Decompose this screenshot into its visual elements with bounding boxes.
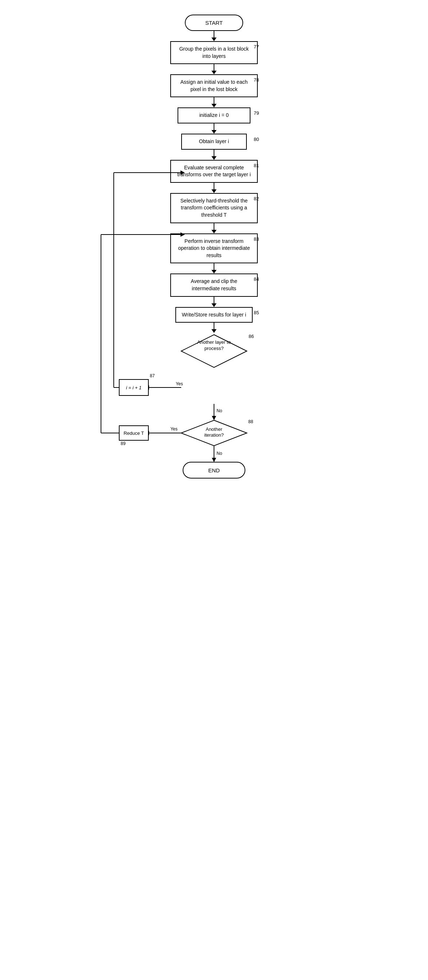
svg-text:87: 87: [150, 373, 155, 379]
arrow-8: [211, 270, 217, 274]
step-77-box: Group the pixels in a lost block into la…: [170, 41, 258, 64]
arrow-4: [211, 130, 217, 134]
step-79-box: initialize i = 0: [177, 107, 251, 124]
svg-text:No: No: [217, 408, 222, 413]
step-77-row: Group the pixels in a lost block into la…: [112, 41, 316, 64]
step-86-diamond-svg: Another layer to process?: [177, 333, 251, 369]
svg-text:Yes: Yes: [176, 381, 183, 387]
step-86-row: Another layer to process? 86: [112, 333, 316, 369]
arrow-3: [211, 104, 217, 107]
step-84-label: 84: [254, 275, 279, 282]
step-81-row: Evaluate several complete transforms ove…: [112, 160, 316, 183]
step-80-box: Obtain layer i: [181, 134, 247, 150]
step-82-box: Selectively hard-threshold the transform…: [170, 193, 258, 223]
connector-8: [214, 263, 214, 270]
connector-6: [214, 183, 214, 189]
connector-5: [214, 150, 214, 156]
step-86-label: 86: [249, 334, 254, 339]
step-84-row: Average and clip the intermediate result…: [112, 274, 316, 296]
svg-marker-29: [212, 458, 216, 462]
arrow-9: [211, 303, 217, 307]
arrow-6: [211, 189, 217, 193]
arrow-1: [211, 38, 217, 41]
svg-text:89: 89: [121, 441, 126, 446]
connector-10: [214, 323, 214, 329]
step-83-row: Perform inverse transform operation to o…: [112, 234, 316, 264]
step-83-box: Perform inverse transform operation to o…: [170, 234, 258, 264]
arrow-2: [211, 71, 217, 74]
step-80-label: 80: [254, 135, 279, 142]
step-85-row: Write/Store results for layer i 85: [112, 307, 316, 323]
svg-marker-12: [212, 416, 216, 420]
step-80-row: Obtain layer i 80: [112, 134, 316, 150]
step-84-box: Average and clip the intermediate result…: [170, 274, 258, 296]
start-node: START: [185, 14, 243, 31]
step-78-box: Assign an initial value to each pixel in…: [170, 74, 258, 97]
step-79-row: initialize i = 0 79: [112, 107, 316, 124]
flowchart: START Group the pixels in a lost block i…: [112, 7, 316, 500]
step-86-text: Another layer to process?: [188, 339, 240, 352]
step-81-box: Evaluate several complete transforms ove…: [170, 160, 258, 183]
step-78-row: Assign an initial value to each pixel in…: [112, 74, 316, 97]
svg-text:END: END: [208, 467, 220, 473]
step-85-label: 85: [254, 309, 279, 315]
connector-2: [214, 64, 214, 71]
svg-text:No: No: [217, 451, 222, 456]
step-83-label: 83: [254, 235, 279, 242]
step-81-label: 81: [254, 161, 279, 168]
svg-text:Another: Another: [206, 426, 222, 432]
connector-9: [214, 297, 214, 303]
arrow-5: [211, 156, 217, 160]
step-82-row: Selectively hard-threshold the transform…: [112, 193, 316, 223]
step-77-label: 77: [254, 43, 279, 49]
connector-1: [214, 31, 214, 38]
step-82-label: 82: [254, 194, 279, 201]
connector-4: [214, 124, 214, 130]
arrow-10: [211, 329, 217, 333]
svg-text:Yes: Yes: [170, 426, 177, 431]
routing-svg: Yes i = i + 1 87 No Another iteration?: [112, 369, 316, 486]
svg-text:iteration?: iteration?: [204, 432, 224, 438]
svg-text:i = i + 1: i = i + 1: [126, 385, 142, 390]
svg-text:88: 88: [248, 419, 253, 424]
lower-flow-section: Another layer to process? 86: [112, 333, 316, 486]
step-85-box: Write/Store results for layer i: [176, 307, 252, 323]
step-78-label: 78: [254, 76, 279, 83]
step-79-label: 79: [254, 109, 279, 116]
arrow-7: [211, 230, 217, 234]
connector-3: [214, 97, 214, 104]
svg-text:Reduce T: Reduce T: [124, 430, 144, 436]
connector-7: [214, 223, 214, 230]
